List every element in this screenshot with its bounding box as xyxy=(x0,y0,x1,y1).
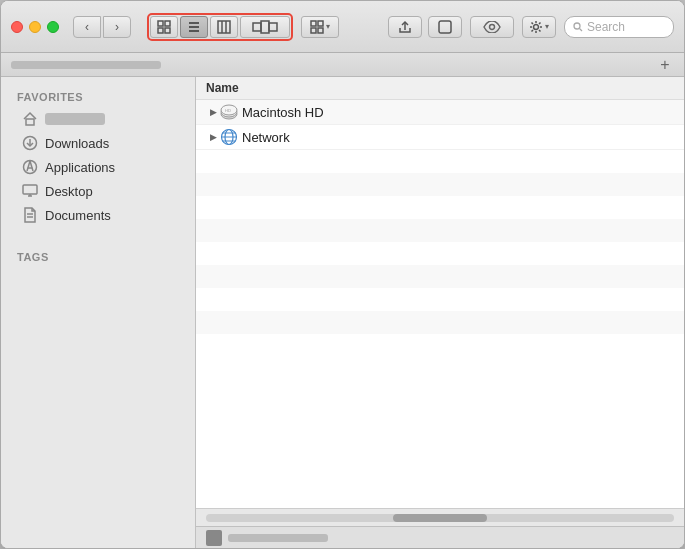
svg-line-28 xyxy=(30,161,33,171)
file-list: Name ▶ HD Macintosh HD xyxy=(196,77,684,508)
svg-rect-11 xyxy=(261,21,269,33)
list-icon xyxy=(187,20,201,34)
scrollbar-track xyxy=(206,514,674,522)
view-dropdown-button[interactable]: ▾ xyxy=(301,16,339,38)
documents-label: Documents xyxy=(45,208,111,223)
statusbar xyxy=(196,526,684,548)
svg-rect-0 xyxy=(158,21,163,26)
svg-point-20 xyxy=(534,24,539,29)
home-label xyxy=(45,113,105,125)
empty-file-list-area xyxy=(196,150,684,350)
minimize-button[interactable] xyxy=(29,21,41,33)
svg-rect-16 xyxy=(318,28,323,33)
view-controls xyxy=(147,13,293,41)
svg-rect-30 xyxy=(23,185,37,194)
macintosh-hd-name: Macintosh HD xyxy=(242,105,324,120)
coverflow-icon xyxy=(252,20,278,34)
gear-button[interactable]: ▾ xyxy=(522,16,556,38)
svg-point-21 xyxy=(574,23,580,29)
dropdown-arrow: ▾ xyxy=(326,22,330,31)
forward-button[interactable]: › xyxy=(103,16,131,38)
eye-icon xyxy=(483,21,501,33)
svg-rect-2 xyxy=(158,28,163,33)
disclosure-triangle[interactable]: ▶ xyxy=(206,130,220,144)
svg-line-22 xyxy=(580,28,583,31)
maximize-button[interactable] xyxy=(47,21,59,33)
main-content: Favorites xyxy=(1,77,684,548)
sidebar-item-documents[interactable]: Documents xyxy=(5,203,191,227)
svg-rect-12 xyxy=(269,23,277,31)
svg-rect-13 xyxy=(311,21,316,26)
icon-view-button[interactable] xyxy=(150,16,178,38)
svg-line-27 xyxy=(27,161,30,171)
macintosh-hd-icon: HD xyxy=(220,103,238,121)
sidebar-item-home[interactable] xyxy=(5,107,191,131)
desktop-label: Desktop xyxy=(45,184,93,199)
status-icon xyxy=(206,530,222,546)
downloads-icon xyxy=(21,134,39,152)
gear-dropdown-arrow: ▾ xyxy=(545,22,549,31)
share-button[interactable] xyxy=(388,16,422,38)
grid-small-icon xyxy=(310,20,324,34)
path-text xyxy=(11,61,161,69)
svg-rect-15 xyxy=(311,28,316,33)
table-row[interactable]: ▶ HD Macintosh HD xyxy=(196,100,684,125)
favorites-section-label: Favorites xyxy=(1,87,195,107)
pathbar: + xyxy=(1,53,684,77)
horizontal-scrollbar[interactable] xyxy=(196,508,684,526)
svg-rect-18 xyxy=(439,21,451,33)
applications-label: Applications xyxy=(45,160,115,175)
svg-rect-1 xyxy=(165,21,170,26)
share-icon xyxy=(397,19,413,35)
downloads-label: Downloads xyxy=(45,136,109,151)
add-folder-button[interactable]: + xyxy=(656,56,674,74)
network-icon xyxy=(220,128,238,146)
search-box[interactable]: Search xyxy=(564,16,674,38)
columns-icon xyxy=(217,20,231,34)
grid-icon xyxy=(157,20,171,34)
svg-rect-23 xyxy=(26,119,34,125)
status-text xyxy=(228,534,328,542)
coverflow-view-button[interactable] xyxy=(240,16,290,38)
table-row[interactable]: ▶ Network xyxy=(196,125,684,150)
toolbar-actions xyxy=(388,16,462,38)
desktop-icon xyxy=(21,182,39,200)
sidebar-item-applications[interactable]: Applications xyxy=(5,155,191,179)
home-icon xyxy=(21,110,39,128)
tag-button[interactable] xyxy=(428,16,462,38)
svg-rect-14 xyxy=(318,21,323,26)
column-view-button[interactable] xyxy=(210,16,238,38)
close-button[interactable] xyxy=(11,21,23,33)
back-button[interactable]: ‹ xyxy=(73,16,101,38)
list-view-button[interactable] xyxy=(180,16,208,38)
svg-rect-44 xyxy=(209,533,219,543)
disclosure-triangle[interactable]: ▶ xyxy=(206,105,220,119)
network-name: Network xyxy=(242,130,290,145)
svg-rect-3 xyxy=(165,28,170,33)
tags-section-label: Tags xyxy=(1,247,195,267)
search-placeholder: Search xyxy=(587,20,625,34)
scrollbar-thumb[interactable] xyxy=(393,514,487,522)
titlebar: ‹ › xyxy=(1,1,684,53)
svg-point-19 xyxy=(490,24,495,29)
finder-window: ‹ › xyxy=(0,0,685,549)
file-list-header: Name xyxy=(196,77,684,100)
eye-button[interactable] xyxy=(470,16,514,38)
applications-icon xyxy=(21,158,39,176)
forward-icon: › xyxy=(115,20,119,34)
tag-icon xyxy=(437,19,453,35)
sidebar: Favorites xyxy=(1,77,196,548)
search-icon xyxy=(573,22,583,32)
back-icon: ‹ xyxy=(85,20,89,34)
svg-rect-10 xyxy=(253,23,261,31)
sidebar-item-downloads[interactable]: Downloads xyxy=(5,131,191,155)
svg-rect-9 xyxy=(218,21,230,33)
sidebar-item-desktop[interactable]: Desktop xyxy=(5,179,191,203)
name-column-header: Name xyxy=(206,81,239,95)
gear-icon xyxy=(529,20,543,34)
documents-icon xyxy=(21,206,39,224)
svg-text:HD: HD xyxy=(225,108,231,113)
nav-buttons: ‹ › xyxy=(73,16,131,38)
traffic-lights xyxy=(11,21,59,33)
